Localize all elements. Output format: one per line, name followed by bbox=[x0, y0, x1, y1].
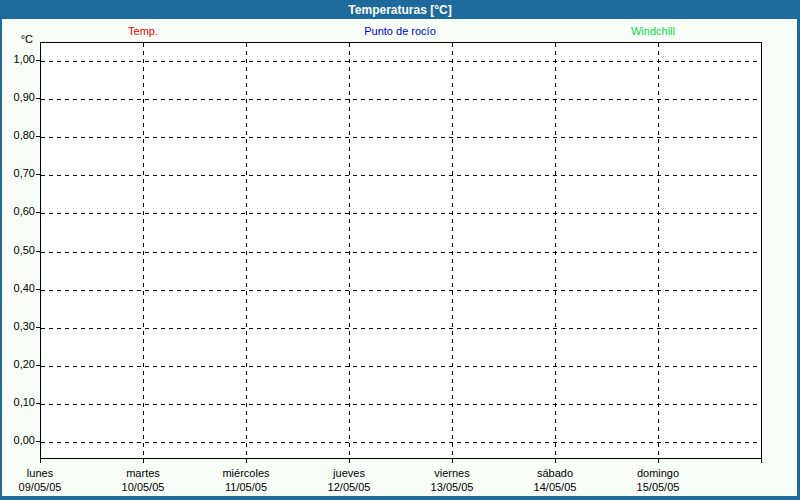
x-axis-tick bbox=[143, 459, 144, 463]
y-tick-label: 0,50 bbox=[0, 244, 35, 256]
x-axis-tick bbox=[658, 459, 659, 463]
y-axis-unit-label: °C bbox=[0, 33, 33, 45]
x-weekday-label: lunes bbox=[27, 467, 53, 479]
v-gridline bbox=[246, 43, 247, 458]
x-date-label: 15/05/05 bbox=[637, 481, 680, 493]
y-tick-label: 0,30 bbox=[0, 320, 35, 332]
y-axis-tick bbox=[36, 327, 40, 328]
x-axis-tick bbox=[40, 459, 41, 463]
h-gridline bbox=[41, 442, 761, 443]
y-tick-label: 0,40 bbox=[0, 282, 35, 294]
x-axis-tick bbox=[555, 459, 556, 463]
y-axis-tick bbox=[36, 441, 40, 442]
x-axis-tick bbox=[761, 459, 762, 463]
h-gridline bbox=[41, 366, 761, 367]
v-gridline bbox=[452, 43, 453, 458]
x-weekday-label: viernes bbox=[434, 467, 469, 479]
x-axis-tick bbox=[452, 459, 453, 463]
window-border-bottom bbox=[0, 496, 800, 500]
x-weekday-label: martes bbox=[126, 467, 160, 479]
h-gridline bbox=[41, 252, 761, 253]
h-gridline bbox=[41, 99, 761, 100]
x-weekday-label: sábado bbox=[537, 467, 573, 479]
x-axis-tick bbox=[349, 459, 350, 463]
y-axis-tick bbox=[36, 365, 40, 366]
x-weekday-label: miércoles bbox=[222, 467, 269, 479]
x-axis-tick bbox=[246, 459, 247, 463]
h-gridline bbox=[41, 328, 761, 329]
v-gridline bbox=[143, 43, 144, 458]
v-gridline bbox=[555, 43, 556, 458]
title-bar: Temperaturas [°C] bbox=[0, 0, 800, 19]
h-gridline bbox=[41, 61, 761, 62]
y-tick-label: 0,10 bbox=[0, 396, 35, 408]
y-axis-tick bbox=[36, 60, 40, 61]
y-tick-label: 0,80 bbox=[0, 129, 35, 141]
h-gridline bbox=[41, 213, 761, 214]
h-gridline bbox=[41, 137, 761, 138]
y-axis-tick bbox=[36, 174, 40, 175]
h-gridline bbox=[41, 404, 761, 405]
y-axis-tick bbox=[36, 251, 40, 252]
y-axis-tick bbox=[36, 98, 40, 99]
y-tick-label: 0,20 bbox=[0, 358, 35, 370]
y-tick-label: 0,70 bbox=[0, 167, 35, 179]
legend-item: Temp. bbox=[128, 25, 158, 37]
y-axis-tick bbox=[36, 136, 40, 137]
y-tick-label: 0,90 bbox=[0, 91, 35, 103]
v-gridline bbox=[658, 43, 659, 458]
y-axis-tick bbox=[36, 289, 40, 290]
window-border-left bbox=[0, 19, 2, 500]
legend-item: Punto de rocío bbox=[364, 25, 436, 37]
y-tick-label: 0,00 bbox=[0, 434, 35, 446]
x-weekday-label: jueves bbox=[333, 467, 365, 479]
x-date-label: 14/05/05 bbox=[534, 481, 577, 493]
v-gridline bbox=[349, 43, 350, 458]
y-axis-tick bbox=[36, 212, 40, 213]
y-axis-tick bbox=[36, 403, 40, 404]
h-gridline bbox=[41, 175, 761, 176]
x-weekday-label: domingo bbox=[637, 467, 679, 479]
legend-item: Windchill bbox=[631, 25, 675, 37]
chart-title: Temperaturas [°C] bbox=[348, 3, 451, 17]
x-date-label: 10/05/05 bbox=[122, 481, 165, 493]
x-date-label: 11/05/05 bbox=[225, 481, 267, 493]
x-date-label: 13/05/05 bbox=[431, 481, 474, 493]
plot-area bbox=[40, 42, 762, 459]
x-date-label: 09/05/05 bbox=[19, 481, 62, 493]
chart-window: Temperaturas [°C] Temp.Punto de rocíoWin… bbox=[0, 0, 800, 500]
legend: Temp.Punto de rocíoWindchill bbox=[0, 19, 800, 41]
x-date-label: 12/05/05 bbox=[328, 481, 371, 493]
h-gridline bbox=[41, 290, 761, 291]
y-tick-label: 1,00 bbox=[0, 53, 35, 65]
y-tick-label: 0,60 bbox=[0, 205, 35, 217]
